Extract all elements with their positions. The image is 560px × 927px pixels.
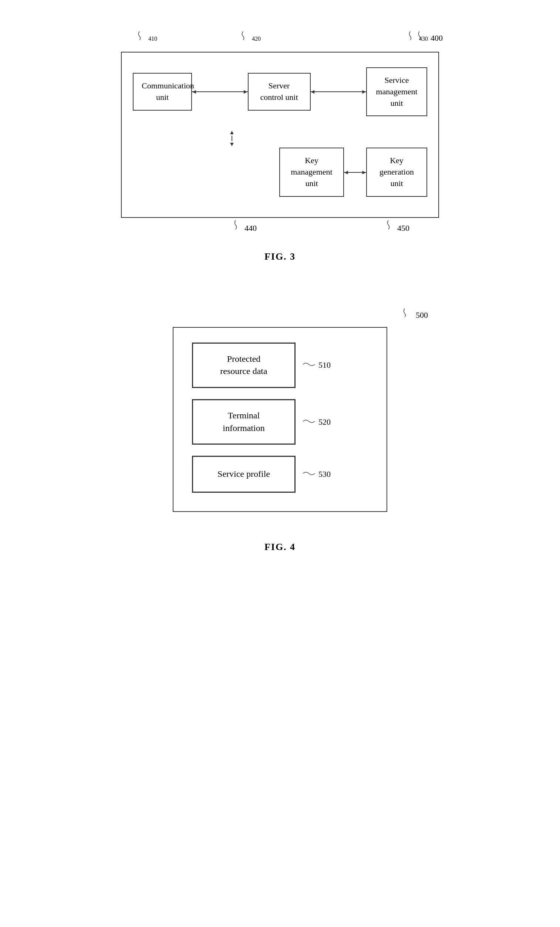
fig4-item-1: Protectedresource data 510 [192,342,368,388]
key-generation-unit: Key generation unit [366,147,427,196]
fig3-section: 400 410 420 430 [0,0,560,262]
ref-420: 420 [235,30,261,42]
fig4-item-2: Terminalinformation 520 [192,399,368,445]
ref-430: 430 [403,30,428,42]
fig4-item-3: Service profile 530 [192,456,368,493]
fig4-outer-box: Protectedresource data 510 Terminalinfor… [173,327,387,512]
service-management-unit: Service management unit [366,67,427,116]
fig4-section: 500 Protectedresource data 510 [0,262,560,553]
fig4-caption: FIG. 4 [264,541,296,553]
ref-450: 450 [381,220,410,233]
key-management-unit: Key management unit [279,147,344,196]
fig3-caption: FIG. 3 [264,251,296,262]
ref-500: 500 [395,307,428,320]
server-control-unit: Server control unit [248,73,311,111]
ref-410: 410 [132,30,157,42]
communication-unit: Communication unit [133,73,192,111]
fig3-outer-box: Communication unit ◄ ► Server control un… [121,52,439,218]
ref-440: 440 [228,220,257,233]
